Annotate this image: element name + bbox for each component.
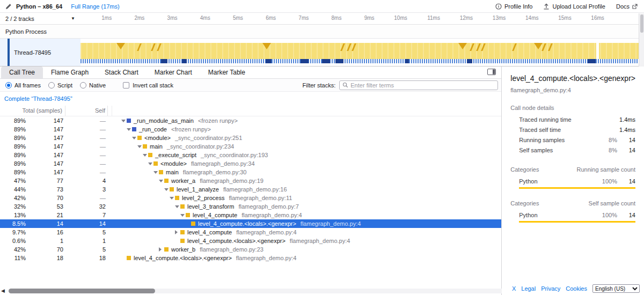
detail-label: Traced running time — [519, 116, 594, 123]
call-tree-row[interactable]: 89%147—_run_module_as_main<frozen runpy> — [0, 116, 501, 125]
gc-marker-triangle-icon[interactable] — [262, 43, 271, 49]
ruler-tick-label: 12ms — [460, 15, 474, 21]
tab-call-tree[interactable]: Call Tree — [1, 67, 43, 78]
horizontal-scrollbar-thumb[interactable] — [9, 289, 155, 293]
call-tree-row[interactable]: 44%733level_1_analyzeflamegraph_demo.py:… — [0, 185, 501, 194]
tab-marker-table[interactable]: Marker Table — [200, 67, 253, 78]
tab-stack-chart[interactable]: Stack Chart — [97, 67, 147, 78]
file-location: <frozen runpy> — [198, 117, 238, 124]
expand-arrow-icon[interactable] — [143, 151, 148, 159]
category-square-icon — [153, 161, 158, 166]
docs-button[interactable]: Docs — [616, 3, 638, 10]
call-tree-row[interactable]: 47%774worker_aflamegraph_demo.py:19 — [0, 176, 501, 185]
tab-flame-graph[interactable]: Flame Graph — [43, 67, 97, 78]
categories-section-header: CategoriesSelf sample count — [510, 200, 635, 206]
process-track-row[interactable]: Python Process — [0, 25, 644, 39]
column-total-samples[interactable]: Total (samples) — [0, 106, 65, 116]
frame-option-script[interactable]: Script — [48, 82, 72, 88]
expand-arrow-icon[interactable] — [153, 168, 159, 176]
full-range-link[interactable]: Full Range (17ms) — [71, 3, 119, 10]
gc-marker-triangle-icon[interactable] — [116, 43, 125, 49]
footer-link-cookies[interactable]: Cookies — [566, 285, 587, 292]
dense-sample-segment — [322, 59, 330, 63]
thread-activity-graph[interactable] — [80, 39, 639, 66]
profile-info-button[interactable]: Profile Info — [495, 3, 533, 10]
call-tree-row[interactable]: 9.7%165level_4_computeflamegraph_demo.py… — [0, 228, 501, 237]
ruler-tick-label: 5ms — [233, 15, 245, 21]
dense-sample-segment — [161, 59, 167, 63]
sidebar-toggle-button[interactable] — [487, 69, 496, 77]
total-samples: 53 — [26, 203, 63, 210]
total-percent: 89% — [0, 135, 26, 141]
expand-arrow-icon[interactable] — [175, 228, 180, 237]
expand-arrow-icon[interactable] — [170, 194, 175, 202]
call-tree-row[interactable]: 89%147—_run_code<frozen runpy> — [0, 125, 501, 134]
timeline-vertical-scrollbar[interactable] — [639, 13, 644, 67]
expand-arrow-icon[interactable] — [175, 202, 180, 211]
ruler-tick-label: 3ms — [167, 15, 179, 21]
timeline-ruler[interactable]: 1ms2ms3ms4ms5ms6ms7ms8ms9ms10ms11ms12ms1… — [80, 13, 639, 24]
expand-arrow-icon[interactable] — [159, 176, 164, 185]
gc-marker-triangle-icon[interactable] — [458, 43, 467, 49]
footer-link-legal[interactable]: Legal — [521, 285, 536, 292]
filter-stacks-input[interactable] — [350, 82, 495, 88]
gc-marker-triangle-icon[interactable] — [534, 43, 543, 49]
call-tree-row[interactable]: 89%147—<module>_sync_coordinator.py:251 — [0, 134, 501, 142]
expand-arrow-icon[interactable] — [127, 125, 132, 134]
file-location: flamegraph_demo.py:23 — [200, 246, 264, 253]
call-tree-row[interactable]: 42%705worker_bflamegraph_demo.py:23 — [0, 245, 501, 254]
total-samples: 147 — [26, 126, 63, 132]
timeline-vertical-scrollbar-thumb[interactable] — [640, 14, 643, 33]
radio-button[interactable] — [80, 82, 86, 88]
thread-track-row[interactable]: Thread-78495 — [0, 39, 644, 67]
expand-arrow-icon[interactable] — [137, 142, 143, 151]
invert-call-stack-option[interactable]: Invert call stack — [123, 82, 173, 88]
call-tree-row[interactable]: 89%147—mainflamegraph_demo.py:30 — [0, 168, 501, 176]
expand-arrow-icon[interactable] — [180, 211, 186, 219]
upload-profile-button[interactable]: Upload Local Profile — [543, 3, 605, 10]
total-samples: 77 — [26, 178, 63, 184]
horizontal-scrollbar[interactable]: ◀ — [0, 287, 513, 294]
call-tree-row[interactable]: 13%217level_4_computeflamegraph_demo.py:… — [0, 211, 501, 219]
file-location: flamegraph_demo.py:11 — [229, 195, 292, 201]
call-tree-row[interactable]: 89%147—_execute_script_sync_coordinator.… — [0, 151, 501, 159]
tracks-dropdown[interactable]: 2 / 2 tracks ▼ — [0, 13, 80, 24]
tree-cell: level_4_computeflamegraph_demo.py:4 — [113, 228, 501, 237]
expand-arrow-icon[interactable] — [164, 185, 170, 194]
total-percent: 89% — [0, 117, 26, 124]
frame-option-native[interactable]: Native — [80, 82, 106, 88]
language-select[interactable]: English (US) — [592, 284, 640, 293]
call-tree-row[interactable]: 11%1818level_4_compute.<locals>.<genexpr… — [0, 254, 501, 262]
ruler-tick-label: 6ms — [266, 15, 277, 21]
main-split: Call TreeFlame GraphStack ChartMarker Ch… — [0, 67, 644, 295]
call-tree-row[interactable]: 32%5332level_3_transformflamegraph_demo.… — [0, 202, 501, 211]
expand-arrow-icon[interactable] — [132, 134, 137, 142]
footer-link-x[interactable]: X — [512, 285, 516, 292]
call-tree-row[interactable]: 42%70—level_2_processflamegraph_demo.py:… — [0, 194, 501, 202]
footer-link-privacy[interactable]: Privacy — [541, 285, 560, 292]
total-samples: 14 — [26, 220, 63, 227]
footer-links: XLegalPrivacyCookies — [512, 285, 587, 292]
column-self[interactable]: Self — [65, 106, 108, 116]
call-tree-row[interactable]: 8.5%1414level_4_compute.<locals>.<genexp… — [0, 219, 501, 228]
radio-button[interactable] — [5, 82, 12, 88]
call-tree-row[interactable]: 0.6%11level_4_compute.<locals>.<genexpr>… — [0, 237, 501, 245]
scroll-left-arrow-icon[interactable]: ◀ — [1, 288, 5, 293]
frame-option-all-frames[interactable]: All frames — [5, 82, 41, 88]
edit-profile-name-icon[interactable] — [5, 3, 12, 10]
call-tree-row[interactable]: 89%147—main_sync_coordinator.py:234 — [0, 142, 501, 151]
breadcrumb[interactable]: Complete “Thread-78495” — [4, 95, 72, 102]
radio-button[interactable] — [48, 82, 55, 88]
expand-arrow-icon[interactable] — [148, 159, 153, 168]
invert-call-stack-checkbox[interactable] — [123, 82, 129, 88]
expand-arrow-icon[interactable] — [121, 116, 127, 125]
tab-marker-chart[interactable]: Marker Chart — [147, 67, 200, 78]
thread-track-label[interactable]: Thread-78495 — [0, 39, 80, 66]
total-percent: 47% — [0, 178, 26, 184]
total-samples: 1 — [26, 238, 63, 244]
frame-option-label: Script — [57, 82, 72, 88]
profile-name[interactable]: Python – x86_64 — [16, 3, 62, 10]
call-tree-row[interactable]: 89%147—<module>flamegraph_demo.py:34 — [0, 159, 501, 168]
file-location: flamegraph_demo.py:4 — [290, 238, 350, 244]
expand-arrow-icon[interactable] — [159, 245, 164, 254]
